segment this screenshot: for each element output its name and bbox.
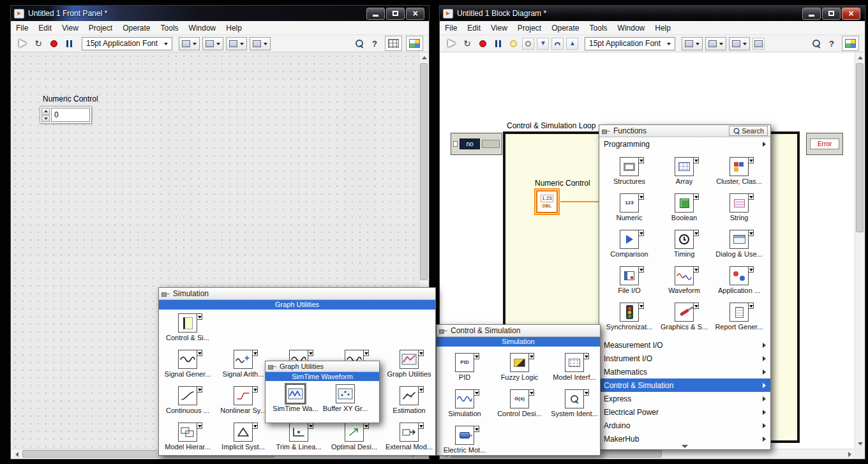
palette-header-simulation[interactable]: Simulation [437,337,600,347]
palette-item-dialog[interactable]: Dialog & Use... [712,230,767,258]
abort-button[interactable] [476,37,489,50]
palette-item-array[interactable]: Array [657,157,712,185]
category-measurement-io[interactable]: Measurement I/O [599,338,770,352]
palette-item-structures[interactable]: Structures [602,157,657,185]
vi-icon-button[interactable] [406,36,423,51]
palette-header-graph-utilities[interactable]: Graph Utilities [159,300,435,310]
increment-button[interactable] [41,108,50,115]
palette-item-model-interface[interactable]: Model Interf... [547,353,602,381]
menu-view[interactable]: View [57,22,84,34]
menu-project[interactable]: Project [84,22,117,34]
reorder-objects-dropdown[interactable] [250,37,271,50]
palette-search-button[interactable]: Search [729,126,768,136]
category-control-simulation[interactable]: Control & Simulation [599,378,770,392]
scroll-down-arrow[interactable] [855,439,865,449]
menu-operate[interactable]: Operate [546,22,584,34]
search-button[interactable] [810,37,823,50]
scroll-thumb[interactable] [856,63,864,232]
palette-item-application-control[interactable]: Application ... [712,266,767,294]
abort-button[interactable] [47,37,60,50]
palette-item-fileio[interactable]: File I/O [602,266,657,294]
palette-item-electric-motor[interactable]: Electric Mot... [437,426,492,454]
palette-item-numeric[interactable]: 123 Numeric [602,193,657,221]
palette-item-nonlinear[interactable]: Nonlinear Sy... [216,386,271,414]
simulation-loop-input-node[interactable]: no [451,133,502,155]
menu-file[interactable]: File [11,22,33,34]
font-selector[interactable]: 15pt Application Font [82,37,172,50]
palette-item-graphics-sound[interactable]: Graphics & S... [657,303,712,331]
category-programming[interactable]: Programming [599,138,770,151]
front-panel-titlebar[interactable]: Untitled 1 Front Panel * × [11,6,429,21]
distribute-objects-dropdown[interactable] [202,37,223,50]
pin-icon[interactable] [602,128,610,135]
palette-item-synchronization[interactable]: Synchronizat... [602,303,657,331]
palette-item-signal-generation[interactable]: Signal Gener... [160,350,215,378]
palette-item-boolean[interactable]: Boolean [657,193,712,221]
menu-tools[interactable]: Tools [585,22,613,34]
search-button[interactable] [353,37,366,50]
distribute-objects-dropdown[interactable] [705,37,726,50]
menu-window[interactable]: Window [613,22,650,34]
palette-item-buffer-xy-graph[interactable]: Buffer XY Gr... [322,384,369,412]
palette-item-signal-arithmetic[interactable]: Signal Arith... [216,350,271,378]
category-electrical-power[interactable]: Electrical Power [599,405,770,419]
reorder-objects-dropdown[interactable] [729,37,750,50]
palette-item-graph-utilities[interactable]: Graph Utilities [382,350,437,378]
palette-item-comparison[interactable]: Comparison [602,230,657,258]
connector-pane-button[interactable] [385,36,402,51]
retain-wire-values-button[interactable] [522,38,534,50]
menu-tools[interactable]: Tools [156,22,184,34]
menu-help[interactable]: Help [650,22,676,34]
palette-item-control-sim-loop[interactable]: Control & Si... [160,313,215,341]
simulation-loop-error-node[interactable]: Error [806,133,843,155]
step-over-button[interactable] [551,38,564,50]
category-express[interactable]: Express [599,392,770,405]
scroll-thumb[interactable] [420,63,428,280]
pause-button[interactable] [63,37,75,50]
close-button[interactable]: × [406,8,424,20]
functions-palette-titlebar[interactable]: Functions Search [599,125,770,137]
palette-item-model-hierarchy[interactable]: Model Hierar... [160,423,215,451]
help-button[interactable]: ? [368,37,381,50]
expand-more-button[interactable] [599,444,770,449]
control-simulation-palette-titlebar[interactable]: Control & Simulation [437,325,600,337]
menu-edit[interactable]: Edit [462,22,486,34]
graph-utilities-palette-titlebar[interactable]: Graph Utilities [266,361,379,372]
palette-item-continuous[interactable]: Continuous ... [160,386,215,414]
palette-item-fuzzy-logic[interactable]: Fuzzy Logic [492,353,547,381]
run-button[interactable] [17,37,29,50]
pause-button[interactable] [491,37,504,50]
palette-item-optimal-design[interactable]: Optimal Desi... [327,423,382,451]
palette-item-control-design[interactable]: G(s) Control Desi... [492,389,547,417]
minimize-button[interactable] [366,8,385,20]
scroll-up-arrow[interactable] [855,52,865,62]
align-objects-dropdown[interactable] [179,37,200,50]
palette-item-implicit-systems[interactable]: Implicit Syst... [216,423,271,451]
palette-item-simtime-waveform[interactable]: SimTime Wa... [272,384,319,412]
palette-item-string[interactable]: String [712,193,767,221]
font-selector[interactable]: 15pt Application Font [585,37,675,50]
menu-operate[interactable]: Operate [117,22,155,34]
minimize-button[interactable] [802,8,821,20]
step-into-button[interactable] [537,38,549,50]
close-button[interactable]: × [842,8,860,20]
align-objects-dropdown[interactable] [682,37,703,50]
category-instrument-io[interactable]: Instrument I/O [599,352,770,365]
numeric-control-value[interactable]: 0 [51,108,90,122]
decrement-button[interactable] [41,116,50,123]
numeric-control[interactable]: 0 [40,106,92,124]
pin-icon[interactable] [161,290,170,297]
simulation-palette-titlebar[interactable]: Simulation [159,288,435,300]
pin-icon[interactable] [268,363,276,370]
palette-item-estimation[interactable]: Estimation [382,386,437,414]
menu-edit[interactable]: Edit [33,22,57,34]
scroll-up-arrow[interactable] [419,52,429,62]
palette-item-trim-linearize[interactable]: Trim & Linea... [271,423,326,451]
palette-item-waveform[interactable]: Waveform [657,266,712,294]
menu-file[interactable]: File [440,22,462,34]
help-button[interactable]: ? [825,37,838,50]
numeric-control-terminal[interactable]: 1.23 DBL [536,190,558,213]
block-diagram-titlebar[interactable]: Untitled 1 Block Diagram * × [440,6,865,21]
palette-item-system-identification[interactable]: System Ident... [547,389,602,417]
palette-item-cluster[interactable]: Cluster, Clas... [712,157,767,185]
